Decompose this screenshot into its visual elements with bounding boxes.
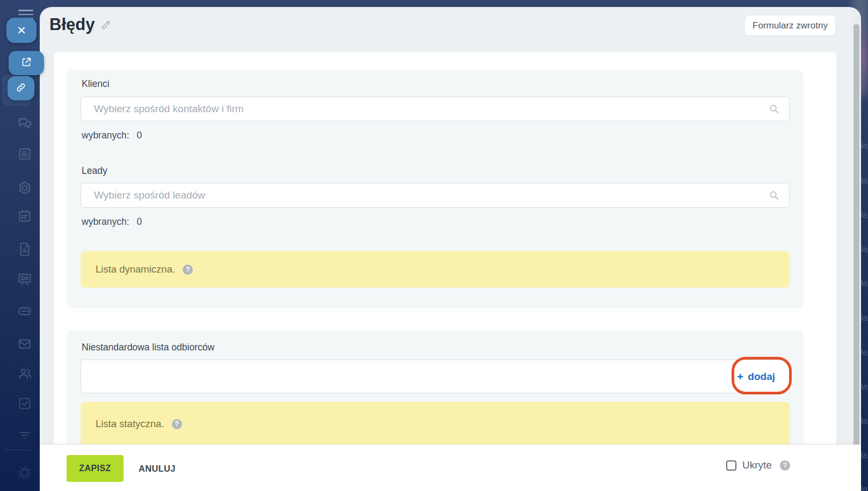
leads-selected-count: wybranych:0	[82, 216, 142, 228]
selected-caption: wybranych:	[82, 130, 129, 141]
recipients-card: Klienci wybranych:0 Leady wybranych:0 Li…	[67, 70, 804, 309]
background-text-fragment: ła	[861, 382, 867, 392]
leads-select	[81, 183, 790, 208]
screen: ła ła ła ła ła ła ła ła ła ła ła	[0, 0, 868, 491]
badge-icon[interactable]	[17, 180, 33, 196]
leads-label: Leady	[82, 165, 107, 177]
add-recipient-label: dodaj	[748, 371, 775, 383]
edit-form-modal: Błędy Formularz zwrotny Klienci wybranyc…	[40, 7, 861, 491]
selected-count-value: 0	[137, 216, 142, 227]
search-icon	[768, 103, 780, 115]
chat-icon[interactable]	[17, 115, 33, 131]
background-text-fragment: ła	[861, 245, 867, 254]
close-icon: ✕	[17, 24, 26, 37]
leads-search-input[interactable]	[81, 184, 789, 207]
copy-link-button[interactable]	[8, 76, 34, 100]
background-text-fragment: ła	[861, 485, 867, 491]
dynamic-list-notice-text: Lista dynamiczna.	[96, 263, 175, 275]
background-text-fragment: ła	[861, 416, 867, 426]
filter-icon[interactable]	[17, 427, 33, 443]
clients-select	[81, 97, 790, 121]
cancel-button[interactable]: ANULUJ	[135, 455, 179, 482]
hidden-checkbox[interactable]	[726, 460, 736, 471]
clients-search-input[interactable]	[81, 97, 789, 121]
static-list-notice-text: Lista statyczna.	[96, 418, 164, 430]
presentation-icon[interactable]	[17, 271, 33, 287]
selected-caption: wybranych:	[82, 216, 129, 227]
custom-list-input-box: + dodaj	[81, 360, 790, 393]
background-text-fragment: ła	[861, 348, 867, 357]
page-title: Błędy	[49, 14, 95, 35]
help-icon[interactable]: ?	[183, 265, 193, 275]
background-text-fragment: ła	[861, 313, 867, 323]
custom-list-input[interactable]	[81, 360, 717, 393]
mail-icon[interactable]	[17, 336, 33, 352]
feedback-form-button[interactable]: Formularz zwrotny	[745, 16, 835, 35]
static-list-notice: Lista statyczna. ?	[81, 402, 790, 446]
background-text-fragment: ła	[861, 279, 867, 288]
background-text-fragment: ła	[861, 141, 867, 151]
save-button[interactable]: ZAPISZ	[67, 455, 124, 482]
hidden-checkbox-label: Ukryte	[742, 459, 772, 471]
add-recipient-button[interactable]: + dodaj	[734, 360, 778, 393]
clients-label: Klienci	[82, 78, 110, 90]
help-glyph: ?	[175, 420, 179, 428]
dynamic-list-notice: Lista dynamiczna. ?	[81, 251, 790, 288]
open-external-button[interactable]	[9, 51, 44, 75]
custom-list-label: Niestandardowa lista odbiorców	[82, 342, 214, 353]
selected-count-value: 0	[137, 130, 142, 141]
document-icon[interactable]	[17, 241, 33, 257]
help-icon[interactable]: ?	[780, 460, 790, 471]
settings-gear-icon[interactable]	[17, 465, 33, 481]
sidebar-divider	[4, 450, 30, 450]
scrollbar-thumb[interactable]	[853, 24, 859, 463]
plus-icon: +	[737, 370, 743, 383]
tasks-icon[interactable]	[17, 395, 33, 412]
close-button[interactable]: ✕	[6, 18, 37, 43]
hidden-option-group: Ukryte ?	[726, 459, 790, 471]
footer-bar: ZAPISZ ANULUJ Ukryte ?	[40, 444, 861, 491]
background-text-fragment: ła	[861, 176, 867, 186]
help-glyph: ?	[783, 461, 787, 469]
edit-title-pencil-icon[interactable]	[100, 19, 112, 31]
drawer-icon[interactable]	[17, 303, 33, 319]
background-text-fragment: ła	[861, 451, 867, 460]
news-icon[interactable]	[17, 146, 33, 162]
help-glyph: ?	[186, 266, 190, 273]
search-icon	[768, 189, 780, 202]
help-icon[interactable]: ?	[172, 419, 182, 429]
users-icon[interactable]	[17, 365, 33, 382]
custom-list-card: Niestandardowa lista odbiorców + dodaj L…	[67, 330, 804, 453]
background-text-fragment: ła	[861, 210, 867, 220]
external-link-icon	[20, 56, 32, 70]
link-icon	[15, 82, 27, 96]
calendar-icon[interactable]	[17, 208, 33, 224]
clients-selected-count: wybranych:0	[82, 130, 142, 141]
